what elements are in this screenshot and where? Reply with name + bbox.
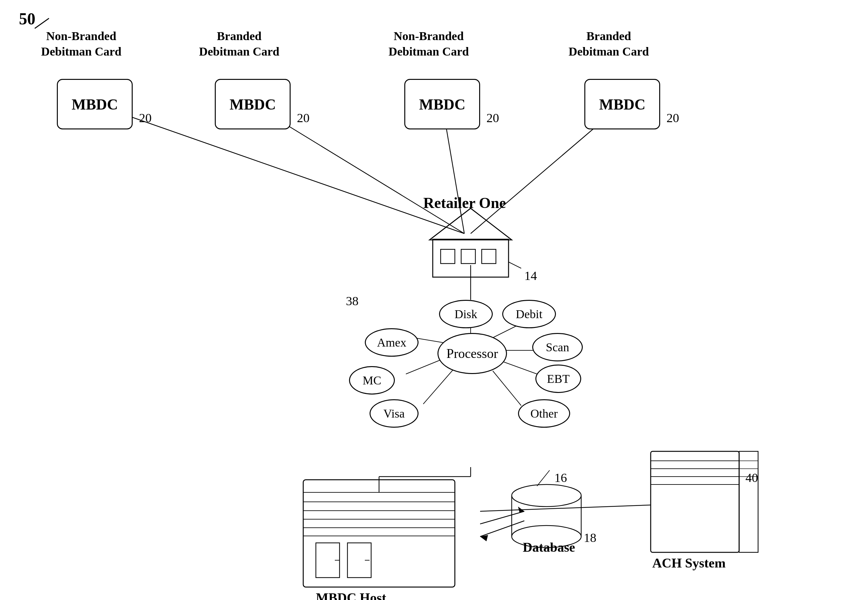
figure-number: 50 <box>19 9 35 28</box>
ref-20c: 20 <box>486 111 499 125</box>
card3-label: Non-BrandedDebitman Card <box>389 29 469 60</box>
svg-line-19 <box>480 521 524 536</box>
svg-rect-25 <box>441 249 455 264</box>
svg-rect-27 <box>482 249 496 264</box>
svg-line-22 <box>537 470 550 486</box>
card2-text: MBDC <box>230 95 276 113</box>
card3: MBDC <box>404 79 480 129</box>
svg-rect-36 <box>316 543 339 577</box>
mc-ellipse: MC <box>349 366 395 394</box>
svg-rect-26 <box>461 249 475 264</box>
svg-rect-24 <box>433 239 509 277</box>
svg-rect-49 <box>739 452 758 552</box>
card4-label: BrandedDebitman Card <box>569 29 649 60</box>
amex-label: Amex <box>377 335 406 349</box>
diagram-container: 50 Non-BrandedDebitman Card MBDC 20 Bran… <box>0 0 868 600</box>
ref-20b: 20 <box>297 111 310 125</box>
card2-label: BrandedDebitman Card <box>199 29 279 60</box>
svg-point-40 <box>512 485 581 506</box>
debit-ellipse: Debit <box>502 300 556 328</box>
card2: MBDC <box>215 79 290 129</box>
card4: MBDC <box>584 79 660 129</box>
visa-ellipse: Visa <box>369 399 418 428</box>
visa-label: Visa <box>383 406 404 420</box>
amex-ellipse: Amex <box>365 328 418 357</box>
ref-20a: 20 <box>139 111 152 125</box>
ref-38: 38 <box>346 294 359 308</box>
svg-marker-18 <box>518 506 524 513</box>
card1-label: Non-BrandedDebitman Card <box>41 29 121 60</box>
ach-label: ACH System <box>652 556 725 571</box>
svg-line-28 <box>509 262 521 268</box>
host-label: MBDC Host <box>316 590 386 600</box>
svg-line-12 <box>423 368 455 404</box>
ref-16: 16 <box>554 470 567 485</box>
processor-label: Processor <box>446 346 498 361</box>
svg-line-0 <box>35 18 49 29</box>
svg-marker-23 <box>430 208 512 240</box>
processor-ellipse: Processor <box>438 333 507 374</box>
svg-rect-37 <box>347 543 371 577</box>
svg-line-11 <box>502 361 537 374</box>
ebt-label: EBT <box>547 372 570 386</box>
retailer-label: Retailer One <box>423 194 506 212</box>
disk-ellipse: Disk <box>439 300 493 328</box>
svg-rect-44 <box>651 452 739 552</box>
ref-20d: 20 <box>666 111 679 125</box>
ref-14: 14 <box>524 268 537 283</box>
ref-40: 40 <box>745 470 758 485</box>
debit-label: Debit <box>516 307 542 321</box>
mc-label: MC <box>363 373 381 387</box>
database-label: Database <box>523 540 575 555</box>
ebt-ellipse: EBT <box>535 365 581 393</box>
svg-line-21 <box>480 505 651 511</box>
other-label: Other <box>531 406 558 420</box>
card4-text: MBDC <box>599 95 646 113</box>
svg-line-13 <box>493 371 521 406</box>
other-ellipse: Other <box>518 399 570 428</box>
scan-ellipse: Scan <box>532 333 583 361</box>
card1: MBDC <box>57 79 133 129</box>
svg-rect-29 <box>303 480 455 587</box>
card3-text: MBDC <box>419 95 465 113</box>
svg-line-17 <box>480 511 524 524</box>
disk-label: Disk <box>455 307 477 321</box>
card1-text: MBDC <box>72 95 118 113</box>
ref-18: 18 <box>584 530 596 545</box>
svg-marker-20 <box>480 535 488 541</box>
scan-label: Scan <box>546 340 569 354</box>
